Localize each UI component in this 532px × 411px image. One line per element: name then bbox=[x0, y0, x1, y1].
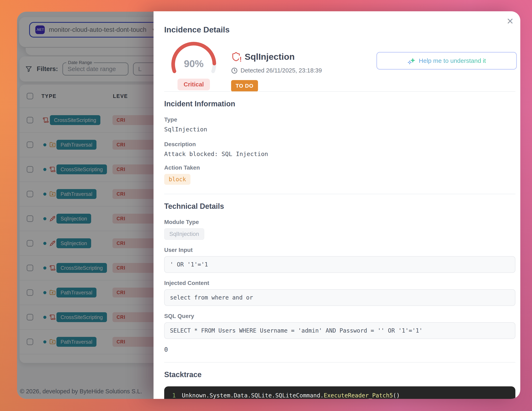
type-value: SqlInjection bbox=[164, 126, 515, 133]
drawer-body: Incident Information Type SqlInjection D… bbox=[164, 91, 515, 399]
injected-content-label: Injected Content bbox=[164, 280, 515, 287]
drawer-title: Incidence Details bbox=[164, 25, 230, 34]
description-value: Attack blocked: SQL Injection bbox=[164, 151, 515, 157]
ai-sparkles-icon bbox=[408, 57, 416, 65]
section-divider bbox=[164, 194, 515, 194]
section-divider bbox=[164, 362, 515, 363]
incident-name: SqlInjection bbox=[245, 52, 295, 62]
stacktrace-code-block[interactable]: 1Unknown.System.Data.SQLite.SQLiteComman… bbox=[164, 386, 515, 399]
shield-alert-icon: ! bbox=[231, 52, 241, 62]
stacktrace-heading: Stacktrace bbox=[164, 370, 515, 379]
sql-query-label: SQL Query bbox=[164, 313, 515, 319]
type-label: Type bbox=[164, 116, 515, 123]
technical-details-heading: Technical Details bbox=[164, 202, 515, 211]
sql-query-value: SELECT * FROM Users WHERE Username = 'ad… bbox=[164, 322, 515, 339]
severity-badge: Critical bbox=[178, 79, 210, 90]
module-type-label: Module Type bbox=[164, 219, 515, 225]
desktop-background: .NET monitor-cloud-auto-test-dont-touch … bbox=[0, 0, 532, 411]
user-input-label: User Input bbox=[164, 247, 515, 253]
incidence-details-drawer: ✕ Incidence Details 90% Critical ! SqlIn… bbox=[153, 11, 520, 399]
stacktrace-line: 1Unknown.System.Data.SQLite.SQLiteComman… bbox=[170, 391, 515, 399]
incident-information-heading: Incident Information bbox=[164, 100, 515, 108]
user-input-value: ' OR '1'='1 bbox=[164, 256, 515, 273]
module-type-badge: SqlInjection bbox=[164, 228, 204, 240]
line-number: 1 bbox=[170, 391, 176, 399]
description-label: Description bbox=[164, 141, 515, 148]
affected-rows-value: 0 bbox=[164, 346, 515, 353]
incident-header: ! SqlInjection Detected 26/11/2025, 23:1… bbox=[231, 52, 322, 92]
detected-timestamp: Detected 26/11/2025, 23:18:39 bbox=[241, 67, 322, 74]
section-divider bbox=[164, 91, 515, 92]
help-me-understand-button[interactable]: Help me to understand it bbox=[376, 52, 517, 70]
gauge-percentage: 90% bbox=[170, 58, 218, 69]
help-button-label: Help me to understand it bbox=[419, 57, 486, 64]
clock-icon bbox=[231, 67, 238, 74]
close-icon[interactable]: ✕ bbox=[507, 17, 514, 26]
action-taken-label: Action Taken bbox=[164, 164, 515, 171]
action-taken-badge: block bbox=[164, 174, 190, 185]
severity-gauge: 90% Critical bbox=[170, 40, 218, 91]
status-badge[interactable]: TO DO bbox=[231, 80, 258, 92]
injected-content-value: select from where and or bbox=[164, 289, 515, 306]
